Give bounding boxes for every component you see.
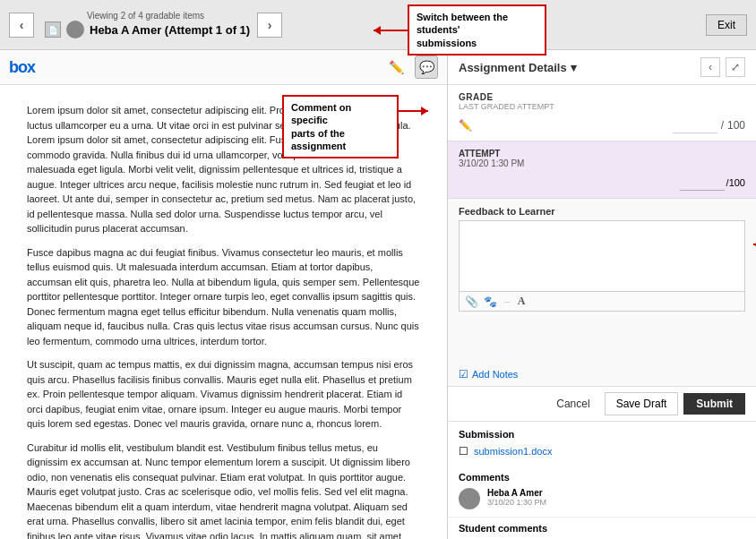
box-logo: box: [9, 58, 35, 77]
chevron-down-icon: ▾: [571, 61, 577, 74]
cancel-button[interactable]: Cancel: [547, 393, 598, 415]
comment-meta: Heba A Amer 3/10/20 1:30 PM: [487, 488, 546, 507]
callout-switch-submissions: Switch between the students' submissions: [408, 4, 546, 56]
submission-section: Submission ☐ submission1.docx Download t…: [448, 421, 756, 465]
feedback-area-container: 📎 🐾 – A Type feedback to student: [448, 220, 756, 363]
add-notes-link[interactable]: ☑ Add Notes: [448, 363, 756, 386]
grade-input[interactable]: [673, 116, 717, 133]
file-icon: ☐: [459, 445, 468, 458]
doc-panel: box ✏️ 💬 Comment on specific parts of th…: [0, 50, 448, 539]
top-bar: ‹ Viewing 2 of 4 gradable items 📄 Heba A…: [0, 0, 756, 50]
commenter-avatar: [459, 488, 480, 509]
paragraph-4: Curabitur id mollis elit, vestibulum bla…: [27, 441, 420, 540]
prev-button[interactable]: ‹: [9, 13, 34, 38]
feedback-toolbar: 📎 🐾 – A: [459, 292, 745, 312]
student-name: 📄 Heba A Amer (Attempt 1 of 1): [45, 21, 250, 38]
submission-link[interactable]: submission1.docx: [474, 446, 552, 457]
attachment-icon[interactable]: 📎: [465, 295, 478, 308]
paragraph-3: Ut suscipit, quam ac tempus mattis, ex d…: [27, 357, 420, 432]
grade-input-group: / 100: [673, 116, 745, 133]
prev-panel-btn[interactable]: ‹: [700, 57, 720, 77]
submit-button[interactable]: Submit: [683, 393, 745, 415]
attempt-date: 3/10/20 1:30 PM: [459, 158, 745, 168]
pencil-icon[interactable]: ✏️: [384, 56, 408, 79]
plus-icon: ☑: [459, 368, 468, 381]
assignment-controls: ‹ ⤢: [700, 57, 745, 77]
comments-section: Comments Heba A Amer 3/10/20 1:30 PM: [448, 465, 756, 517]
grade-row: ✏️ / 100: [459, 116, 745, 133]
feedback-textarea[interactable]: [459, 220, 745, 292]
comment-icon[interactable]: 💬: [415, 56, 438, 79]
callout-comment-specific: Comment on specific parts of the assignm…: [282, 95, 399, 158]
exit-button[interactable]: Exit: [706, 14, 747, 36]
doc-icon: 📄: [45, 21, 61, 38]
action-buttons: Cancel Save Draft Submit ↑: [448, 386, 756, 421]
submission-file: ☐ submission1.docx: [459, 445, 745, 458]
submission-title: Submission: [459, 429, 745, 440]
comments-title: Comments: [459, 472, 745, 483]
assignment-title: Assignment Details ▾: [459, 61, 577, 74]
doc-toolbar: box ✏️ 💬: [0, 50, 447, 85]
viewing-info: Viewing 2 of 4 gradable items: [87, 11, 204, 21]
attempt-section: ATTEMPT 3/10/20 1:30 PM /100: [448, 141, 756, 199]
grade-edit-icon[interactable]: ✏️: [459, 119, 472, 132]
grade-total: 100: [727, 119, 745, 132]
grade-label: GRADE: [459, 92, 745, 102]
save-draft-button[interactable]: Save Draft: [605, 392, 679, 415]
right-panel: Assignment Details ▾ ‹ ⤢ GRADE LAST GRAD…: [448, 50, 756, 539]
grade-sublabel: LAST GRADED ATTEMPT: [459, 102, 745, 111]
attempt-label: ATTEMPT: [459, 149, 745, 158]
font-icon[interactable]: A: [518, 295, 526, 308]
comment-item: Heba A Amer 3/10/20 1:30 PM: [459, 488, 745, 509]
main-layout: box ✏️ 💬 Comment on specific parts of th…: [0, 50, 756, 539]
student-comments-label: Student comments: [448, 517, 756, 539]
student-avatar: [66, 21, 84, 38]
feedback-label: Feedback to Learner: [448, 199, 756, 220]
grade-section: GRADE LAST GRADED ATTEMPT ✏️ / 100 Enter…: [448, 85, 756, 141]
attempt-grade-row: /100: [459, 174, 745, 191]
expand-btn[interactable]: ⤢: [726, 57, 745, 77]
next-button[interactable]: ›: [257, 13, 282, 38]
emoji-icon[interactable]: 🐾: [484, 295, 497, 308]
attempt-grade-input[interactable]: [680, 174, 725, 191]
comment-date: 3/10/20 1:30 PM: [487, 498, 546, 507]
comment-author: Heba A Amer: [487, 488, 546, 498]
paragraph-2: Fusce dapibus magna ac dui feugiat finib…: [27, 245, 420, 349]
